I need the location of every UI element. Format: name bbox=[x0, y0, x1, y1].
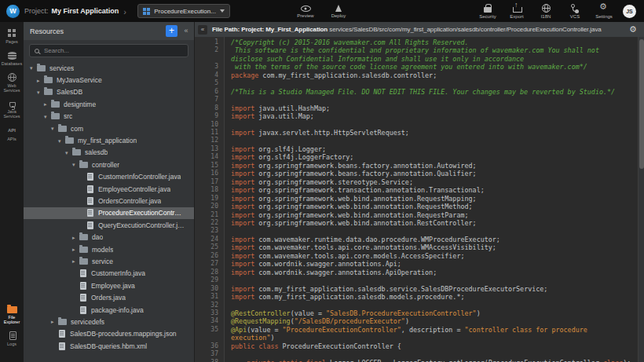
i18n-button[interactable]: I18N bbox=[536, 4, 556, 19]
vcs-button[interactable]: VCS bbox=[565, 4, 585, 19]
tree-item[interactable]: Orders.java bbox=[24, 291, 194, 303]
code-line-text: /*Copyright (c) 2015-2016 wavemaker.com … bbox=[225, 38, 644, 46]
code-line: 10 bbox=[195, 121, 644, 129]
tree-item[interactable]: com bbox=[24, 122, 194, 134]
tree-item[interactable]: EmployeeController.java bbox=[24, 183, 194, 195]
rail-item-label: Logs bbox=[7, 342, 16, 346]
code-editor[interactable]: 1/*Copyright (c) 2015-2016 wavemaker.com… bbox=[195, 37, 644, 362]
line-number: 8 bbox=[195, 104, 225, 112]
tree-item[interactable]: SalesDB-queries.hbm.xml bbox=[24, 340, 194, 352]
tree-item-label: ProcedureExecutionController.java bbox=[98, 209, 185, 217]
code-line-text bbox=[225, 137, 644, 144]
add-resource-button[interactable] bbox=[166, 25, 177, 37]
caret-icon[interactable] bbox=[37, 78, 44, 83]
scrollbar-thumb[interactable] bbox=[639, 39, 644, 169]
caret-icon[interactable] bbox=[30, 65, 37, 71]
tree-item[interactable]: ProcedureExecutionController.java bbox=[24, 207, 194, 219]
tree-item[interactable]: servicedefs bbox=[24, 316, 194, 327]
caret-icon[interactable] bbox=[65, 150, 72, 155]
folder-icon bbox=[79, 258, 88, 265]
tree-item[interactable]: controller bbox=[24, 159, 194, 170]
page-grid-icon bbox=[143, 8, 150, 15]
rail-item-apis[interactable]: APIs bbox=[0, 126, 24, 141]
shield-icon bbox=[483, 4, 492, 13]
caret-icon[interactable] bbox=[72, 235, 79, 240]
code-line-text: import javax.servlet.http.HttpServletReq… bbox=[225, 129, 644, 137]
tree-item[interactable]: dao bbox=[24, 231, 194, 243]
project-label: Project: bbox=[24, 7, 49, 15]
tree-item[interactable]: services bbox=[24, 62, 194, 74]
folder-icon bbox=[79, 247, 88, 253]
wavemaker-logo[interactable]: W bbox=[6, 5, 20, 18]
collapse-tree-button[interactable] bbox=[198, 25, 207, 35]
caret-icon[interactable] bbox=[37, 90, 44, 95]
tree-item[interactable]: CustomerInfoController.java bbox=[24, 171, 194, 183]
resources-panel: Resources servicesMyJavaServiceSalesDBde… bbox=[24, 22, 195, 362]
tree-item[interactable]: QueryExecutionController.java bbox=[24, 219, 194, 231]
line-number: 38 bbox=[195, 359, 225, 362]
rail-item-databases[interactable]: Databases bbox=[0, 51, 24, 66]
tree-item[interactable]: MyJavaService bbox=[24, 74, 194, 86]
file-path: File Path: Project: My_First_Application… bbox=[212, 26, 624, 33]
tree-item[interactable]: my_first_application bbox=[24, 134, 194, 146]
rail-item-logs[interactable]: Logs bbox=[0, 331, 24, 346]
preview-button[interactable]: Preview bbox=[295, 4, 316, 18]
line-number: 28 bbox=[195, 269, 225, 276]
tree-item[interactable]: service bbox=[24, 255, 194, 267]
deploy-button[interactable]: Deploy bbox=[328, 4, 349, 18]
export-button[interactable]: Export bbox=[507, 4, 527, 19]
preview-label: Preview bbox=[297, 13, 313, 18]
tree-item[interactable]: Employee.java bbox=[24, 280, 194, 291]
code-line: 2 This software is the confidential and … bbox=[195, 46, 644, 63]
user-avatar[interactable]: JS bbox=[623, 5, 636, 18]
tree-item[interactable]: CustomerInfo.java bbox=[24, 268, 194, 280]
tree-item[interactable]: OrdersController.java bbox=[24, 195, 194, 207]
caret-icon[interactable] bbox=[44, 114, 51, 119]
line-number: 19 bbox=[195, 195, 225, 203]
search-input[interactable] bbox=[44, 47, 183, 54]
caret-icon[interactable] bbox=[44, 101, 51, 107]
tree-item[interactable]: src bbox=[24, 111, 194, 122]
globe-icon bbox=[8, 73, 16, 82]
file-icon bbox=[87, 221, 93, 229]
rail-item-pages[interactable]: Pages bbox=[0, 28, 24, 44]
line-number: 15 bbox=[195, 162, 225, 170]
tree-item[interactable]: designtime bbox=[24, 98, 194, 110]
rail-item-java-services[interactable]: Java Services bbox=[0, 100, 24, 119]
tree-item[interactable]: models bbox=[24, 243, 194, 255]
tree-item[interactable]: SalesDB-procedures.mappings.json bbox=[24, 328, 194, 340]
rail-item-web-services[interactable]: Web Services bbox=[0, 73, 24, 93]
caret-icon[interactable] bbox=[51, 319, 58, 324]
code-line-text bbox=[225, 79, 644, 87]
tree-item-label: SalesDB-procedures.mappings.json bbox=[70, 330, 177, 338]
code-line: 19import org.springframework.web.bind.an… bbox=[195, 195, 644, 203]
topbar-actions: SecurityExportI18NVCSSettings bbox=[478, 4, 614, 19]
code-line: 12 bbox=[195, 137, 644, 144]
line-number: 37 bbox=[195, 350, 225, 358]
caret-icon[interactable] bbox=[72, 258, 79, 264]
tree-item[interactable]: SalesDB bbox=[24, 86, 194, 98]
code-line: 27import com.wordnik.swagger.annotations… bbox=[195, 260, 644, 268]
editor-header: File Path: Project: My_First_Application… bbox=[195, 22, 644, 37]
settings-button[interactable]: Settings bbox=[594, 4, 614, 19]
caret-icon[interactable] bbox=[72, 162, 79, 167]
tree-item[interactable]: salesdb bbox=[24, 147, 194, 159]
folder-icon bbox=[58, 319, 67, 325]
vertical-scrollbar[interactable] bbox=[638, 37, 644, 362]
code-line: 18import org.springframework.transaction… bbox=[195, 186, 644, 194]
tree-item[interactable]: package-info.java bbox=[24, 304, 194, 316]
rocket-icon bbox=[335, 5, 342, 12]
rail-item-file-explorer[interactable]: File Explorer bbox=[0, 305, 24, 324]
code-line-text: /*This is a Studio Managed File. DO NOT … bbox=[225, 88, 644, 96]
gear-icon bbox=[599, 4, 609, 13]
artifact-selector-dropdown[interactable]: ProcedureExecution... bbox=[137, 4, 230, 18]
code-line-text: import com.wavemaker.tools.api.core.mode… bbox=[225, 252, 644, 260]
collapse-panel-icon[interactable] bbox=[181, 25, 191, 37]
settings-gear-icon[interactable] bbox=[628, 25, 638, 35]
caret-icon[interactable] bbox=[51, 126, 58, 131]
code-line: 33@RestController(value = "SalesDB.Proce… bbox=[195, 309, 644, 317]
line-number: 4 bbox=[195, 71, 225, 79]
caret-icon[interactable] bbox=[72, 247, 79, 252]
security-button[interactable]: Security bbox=[478, 4, 498, 19]
caret-icon[interactable] bbox=[58, 138, 65, 144]
